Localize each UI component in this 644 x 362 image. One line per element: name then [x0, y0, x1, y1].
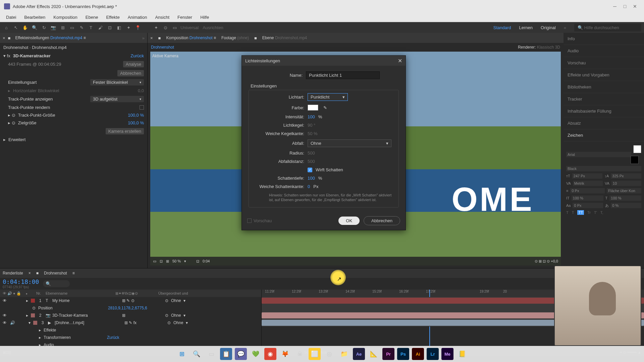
workspace-original[interactable]: Original: [541, 25, 556, 30]
pen-tool-icon[interactable]: ✎: [78, 24, 85, 31]
analyse-button[interactable]: Analyse: [123, 61, 144, 67]
menu-ansicht[interactable]: Ansicht: [152, 13, 173, 21]
light-type-select[interactable]: Punktlicht▾: [308, 93, 348, 101]
maximize-button[interactable]: □: [620, 4, 630, 9]
preview-checkbox[interactable]: [247, 219, 252, 223]
stroke-swatch[interactable]: [631, 156, 639, 164]
menu-ebene[interactable]: Ebene: [82, 13, 102, 21]
style-select[interactable]: Black: [566, 166, 641, 171]
intensity-value[interactable]: 100: [308, 114, 315, 119]
mediaencoder-icon[interactable]: Me: [441, 348, 453, 360]
lightroom-icon[interactable]: Lr: [427, 348, 439, 360]
panel-info[interactable]: Info: [564, 33, 644, 45]
color-swatch[interactable]: [308, 105, 318, 111]
hand-tool-icon[interactable]: ✋: [21, 24, 29, 31]
effect-back[interactable]: Zurück: [130, 53, 144, 58]
home-icon[interactable]: ⌂: [3, 24, 10, 31]
zoom-tool-icon[interactable]: 🔍: [31, 24, 38, 31]
panel-tracker[interactable]: Tracker: [564, 93, 644, 105]
eraser-tool-icon[interactable]: ◧: [115, 24, 123, 31]
stroke-type[interactable]: Fläche über Kon: [607, 188, 641, 193]
roto-tool-icon[interactable]: ✦: [125, 24, 132, 31]
leading[interactable]: 325 Px: [611, 173, 641, 179]
menu-effekte[interactable]: Effekte: [103, 13, 123, 21]
stroke-width[interactable]: 0 Px: [570, 188, 605, 193]
track-rendern-checkbox[interactable]: [140, 105, 144, 110]
axis-tool-icon[interactable]: ✦: [152, 24, 160, 31]
kamera-erstellen-button[interactable]: Kamera erstellen: [106, 128, 144, 134]
falloff-select[interactable]: Ohne▾: [308, 139, 391, 147]
rotate-tool-icon[interactable]: ↻: [40, 24, 48, 31]
timeline-comp-tab[interactable]: Drohnenshot: [44, 271, 67, 276]
eye-icon[interactable]: 👁: [3, 320, 7, 325]
photoshop-icon[interactable]: Ps: [397, 348, 409, 360]
menu-bearbeiten[interactable]: Bearbeiten: [21, 13, 49, 21]
menu-hilfe[interactable]: Hilfe: [197, 13, 212, 21]
app-icon[interactable]: ☠: [294, 348, 306, 360]
app-icon[interactable]: ⬜: [309, 348, 321, 360]
pan-tool-icon[interactable]: ⊞: [59, 24, 66, 31]
footage-tab[interactable]: Footage (ohne): [221, 36, 249, 40]
taskview-icon[interactable]: ▭: [205, 348, 217, 360]
casts-shadows-checkbox[interactable]: ✓: [308, 168, 312, 172]
ziel-value[interactable]: 100,0 %: [128, 120, 144, 125]
comp-breadcrumb[interactable]: Drohnenshot: [151, 45, 174, 50]
puppet-tool-icon[interactable]: 📍: [134, 24, 142, 31]
search-icon[interactable]: 🔍: [191, 348, 203, 360]
workspace-standard[interactable]: Standard: [493, 25, 511, 30]
premiere-icon[interactable]: Pr: [382, 348, 394, 360]
dialog-close-icon[interactable]: ✕: [398, 58, 402, 64]
app-icon[interactable]: ◉: [264, 348, 276, 360]
illustrator-icon[interactable]: Ai: [412, 348, 424, 360]
close-comp-tab-icon[interactable]: ×: [150, 36, 153, 41]
ebene-tab[interactable]: Ebene Drohnenshot.mp4: [262, 36, 307, 40]
ok-button[interactable]: OK: [338, 217, 360, 225]
track-anzeigen-select[interactable]: 3D aufgelöst▾: [90, 96, 144, 102]
einstellungsart-select[interactable]: Fester Blickwinkel▾: [90, 79, 144, 85]
position-row[interactable]: ⊙ Position 2810,9,1178,2,6775,6: [0, 304, 261, 312]
start-icon[interactable]: ⊞: [176, 348, 188, 360]
panel-audio[interactable]: Audio: [564, 45, 644, 57]
app-icon[interactable]: 📐: [368, 348, 380, 360]
shadow-diffusion[interactable]: 0: [308, 184, 310, 189]
teams-icon[interactable]: 💬: [235, 348, 247, 360]
search-field[interactable]: 🔍: [43, 280, 70, 287]
menu-fenster[interactable]: Fenster: [174, 13, 196, 21]
cancel-button[interactable]: Abbrechen: [364, 216, 400, 225]
render-tab[interactable]: Renderliste: [3, 271, 23, 276]
help-search[interactable]: 🔍 Hilfe durchsuchen: [574, 24, 641, 32]
panel-absatz[interactable]: Absatz: [564, 117, 644, 129]
track-groesse-value[interactable]: 100,0 %: [128, 113, 144, 118]
stamp-tool-icon[interactable]: ⊡: [106, 24, 113, 31]
widgets-icon[interactable]: 📋: [220, 348, 232, 360]
font-select[interactable]: Arial: [566, 152, 631, 157]
workspace-lernen[interactable]: Lernen: [519, 25, 532, 30]
shadow-darkness[interactable]: 100: [308, 176, 315, 181]
whatsapp-icon[interactable]: 💚: [250, 348, 262, 360]
menu-komposition[interactable]: Komposition: [50, 13, 81, 21]
camera-tool-icon[interactable]: 📷: [50, 24, 57, 31]
eye-icon[interactable]: 👁: [3, 313, 7, 318]
comp-tab[interactable]: Komposition Drohnenshot ≡: [166, 36, 216, 40]
tracking[interactable]: 10: [611, 181, 641, 186]
timecode[interactable]: 0:04:18:00: [3, 278, 39, 285]
panel-zeichen[interactable]: Zeichen: [564, 129, 644, 141]
firefox-icon[interactable]: 🦊: [279, 348, 291, 360]
layer-row[interactable]: 👁 ▸ 2 📷 3D-Tracker-Kamera ⊞ ⊙Ohne▾: [0, 312, 261, 319]
effects-tab[interactable]: Effekteinstellungen Drohnenshot.mp4 ≡: [13, 34, 88, 42]
layer-row[interactable]: 👁🔊 ▾ 3 ▶ [Drohne…t.mp4] ⊞ ✎ fx ⊙Ohne▾: [0, 319, 261, 326]
menu-datei[interactable]: Datei: [3, 13, 19, 21]
minimize-button[interactable]: ─: [610, 4, 620, 9]
shape-tool-icon[interactable]: ▭: [68, 24, 76, 31]
obs-icon[interactable]: ◎: [323, 348, 335, 360]
font-size[interactable]: 247 Px: [572, 173, 603, 179]
layer-row[interactable]: 👁 ▸ 1 T My Home ⊞ ✎ ⊙ ⊙Ohne▾: [0, 297, 261, 304]
panel-effekte[interactable]: Effekte und Vorgaben: [564, 69, 644, 81]
selection-tool-icon[interactable]: ↖: [12, 24, 19, 31]
panel-inhalt[interactable]: Inhaltsbasierte Füllung: [564, 105, 644, 117]
abbrechen-button[interactable]: Abbrechen: [117, 70, 144, 76]
close-tab-icon[interactable]: ×: [3, 36, 5, 41]
kerning[interactable]: Metrik: [573, 181, 603, 186]
light-name-input[interactable]: Punktlicht Licht 1: [306, 71, 380, 79]
panel-bibliotheken[interactable]: Bibliotheken: [564, 81, 644, 93]
